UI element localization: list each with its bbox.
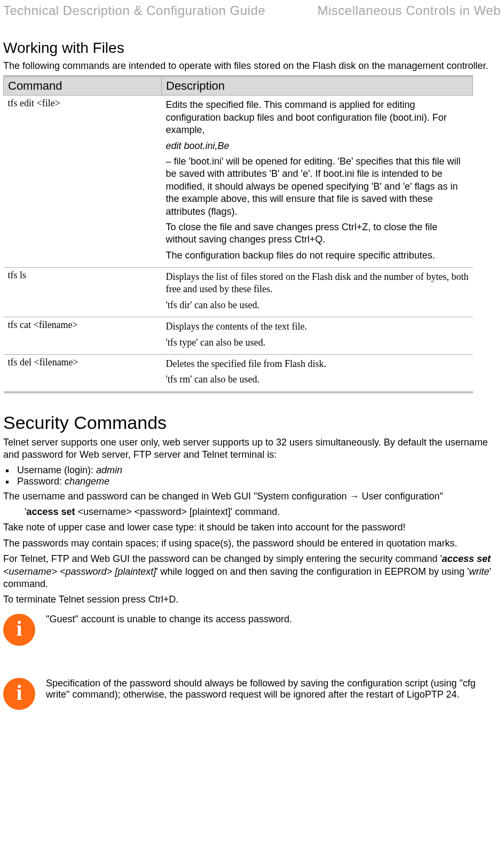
username-label: Username (login): bbox=[17, 465, 96, 475]
table-row: tfs edit <file> Edits the specified file… bbox=[4, 96, 473, 268]
header-right: Miscellaneous Controls in Web bbox=[317, 3, 501, 18]
table-row: tfs ls Displays the list of files stored… bbox=[4, 268, 473, 317]
list-item: Username (login): admin bbox=[15, 465, 501, 476]
commands-table: Command Description tfs edit <file> Edit… bbox=[3, 75, 473, 393]
username-value: admin bbox=[96, 465, 122, 475]
access-set-command-line: 'access set <username> <password> [plain… bbox=[25, 506, 501, 518]
security-p5: For Telnet, FTP and Web GUI the password… bbox=[3, 553, 501, 590]
info-icon: i bbox=[3, 614, 35, 646]
info-text: Specification of the password should alw… bbox=[46, 678, 501, 700]
info-note-guest: i "Guest" account is unable to change it… bbox=[3, 614, 501, 646]
table-row: tfs cat <filename> Displays the contents… bbox=[4, 317, 473, 355]
desc-text: Edits the specified file. This command i… bbox=[166, 99, 469, 136]
desc-cell: Edits the specified file. This command i… bbox=[162, 96, 473, 268]
header-left: Technical Description & Configuration Gu… bbox=[3, 3, 265, 18]
security-p4: The passwords may contain spaces; if usi… bbox=[3, 537, 501, 550]
cmd-cell: tfs cat <filename> bbox=[4, 317, 162, 355]
section-security-commands-title: Security Commands bbox=[3, 412, 501, 433]
password-value: changeme bbox=[65, 476, 109, 487]
security-p3: Take note of upper case and lower case t… bbox=[3, 521, 501, 534]
desc-text: To close the file and save changes press… bbox=[166, 221, 469, 246]
desc-text: Deletes the specified file from Flash di… bbox=[166, 358, 469, 370]
security-intro: Telnet server supports one user only, we… bbox=[3, 436, 501, 462]
desc-text: Displays the list of files stored on the… bbox=[166, 271, 469, 296]
security-p6: To terminate Telnet session press Ctrl+D… bbox=[3, 593, 501, 606]
desc-cell: Displays the list of files stored on the… bbox=[162, 268, 473, 317]
desc-text: 'tfs type' can also be used. bbox=[166, 337, 469, 349]
list-item: Password: changeme bbox=[15, 476, 501, 487]
desc-example: edit boot.ini,Be bbox=[166, 140, 469, 152]
cmd-cell: tfs edit <file> bbox=[4, 96, 162, 268]
desc-cell: Displays the contents of the text file. … bbox=[162, 317, 473, 355]
access-set-bold: access set bbox=[26, 506, 75, 517]
password-label: Password: bbox=[17, 476, 65, 487]
cmd-cell: tfs ls bbox=[4, 268, 162, 317]
cmd-cell: tfs del <filename> bbox=[4, 355, 162, 393]
desc-text: 'tfs dir' can also be used. bbox=[166, 299, 469, 311]
section-working-with-files-title: Working with Files bbox=[3, 40, 501, 57]
desc-text: Displays the contents of the text file. bbox=[166, 320, 469, 333]
page-header: Technical Description & Configuration Gu… bbox=[3, 3, 501, 18]
table-header-command: Command bbox=[4, 76, 162, 96]
working-with-files-intro: The following commands are intended to o… bbox=[3, 60, 501, 72]
credentials-list: Username (login): admin Password: change… bbox=[15, 465, 501, 487]
desc-text: – file 'boot.ini' will be opened for edi… bbox=[166, 155, 469, 218]
desc-text: 'tfs rm' can also be used. bbox=[166, 373, 469, 386]
table-row: tfs del <filename> Deletes the specified… bbox=[4, 355, 473, 393]
info-icon: i bbox=[3, 678, 35, 710]
security-p2: The username and password can be changed… bbox=[3, 490, 501, 503]
info-note-save-config: i Specification of the password should a… bbox=[3, 678, 501, 710]
table-header-description: Description bbox=[162, 76, 473, 96]
desc-text: The configuration backup files do not re… bbox=[166, 249, 469, 262]
info-text: "Guest" account is unable to change its … bbox=[46, 614, 501, 625]
desc-cell: Deletes the specified file from Flash di… bbox=[162, 355, 473, 393]
